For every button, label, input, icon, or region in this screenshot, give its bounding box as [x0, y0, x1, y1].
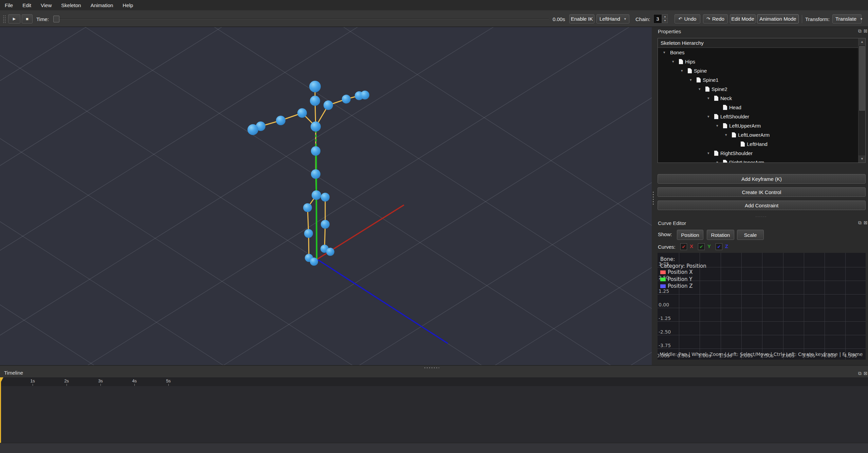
joint-l_elbow[interactable]	[276, 116, 285, 125]
tree-expand-icon[interactable]: ▾	[681, 66, 683, 75]
doc-icon	[688, 68, 692, 73]
tree-item-label: Spine	[694, 66, 707, 75]
joint-r_elbow[interactable]	[342, 95, 351, 103]
create-ik-control-button[interactable]: Create IK Control	[658, 187, 866, 197]
show-row: Show: PositionRotationScale	[654, 230, 868, 240]
tree-scrollbar[interactable]: ▲ ▼	[858, 38, 865, 163]
joint-l_knee[interactable]	[304, 229, 313, 238]
tree-row[interactable]: LeftHand	[658, 139, 858, 149]
menu-item-edit[interactable]: Edit	[18, 0, 36, 11]
edit-mode-button[interactable]: Edit Mode	[730, 14, 756, 23]
tree-row[interactable]: ▾LeftUpperArm	[658, 121, 858, 130]
show-position-button[interactable]: Position	[677, 230, 703, 240]
tree-row[interactable]: ▾Neck	[658, 94, 858, 103]
curve-y-checkbox[interactable]: ✔	[698, 243, 705, 250]
viewport-3d[interactable]	[0, 27, 652, 365]
joint-hips[interactable]	[312, 190, 321, 200]
tree-expand-icon[interactable]: ▾	[707, 149, 709, 158]
app-window: FileEditViewSkeletonAnimationHelp ▶ ■ Ti…	[0, 0, 868, 453]
spinner-up-icon[interactable]: ▲	[662, 14, 668, 19]
add-constraint-button[interactable]: Add Constraint	[658, 201, 866, 210]
joint-r_foot[interactable]	[326, 248, 334, 256]
menu-item-view[interactable]: View	[36, 0, 56, 11]
tree-expand-icon[interactable]: ▾	[690, 75, 692, 84]
float-icon[interactable]: ⧉	[858, 220, 862, 226]
joint-r_shoulder[interactable]	[324, 100, 333, 110]
tree-expand-icon[interactable]: ▾	[716, 158, 718, 163]
tree-row[interactable]: ▾LeftLowerArm	[658, 130, 858, 139]
close-icon[interactable]: ⊠	[864, 371, 868, 376]
joint-l_shoulder[interactable]	[297, 108, 307, 118]
float-icon[interactable]: ⧉	[858, 371, 862, 376]
tree-expand-icon[interactable]: ▾	[672, 57, 674, 66]
time-slider[interactable]	[53, 15, 549, 23]
gridline-h	[658, 308, 866, 308]
scroll-up-icon[interactable]: ▲	[858, 38, 866, 45]
chain-value-field[interactable]: 3	[653, 14, 662, 23]
dock-splitter-dots-icon[interactable]: ······	[654, 214, 868, 219]
tree-expand-icon[interactable]: ▾	[699, 84, 701, 94]
doc-icon	[714, 96, 718, 101]
play-button[interactable]: ▶	[8, 14, 20, 23]
timeline-track[interactable]	[0, 386, 868, 443]
joint-r_knee[interactable]	[321, 220, 330, 229]
show-scale-button[interactable]: Scale	[737, 230, 764, 240]
tree-row[interactable]: ▾RightShoulder	[658, 149, 858, 158]
joint-l_hand[interactable]	[247, 124, 258, 135]
ik-target-dropdown[interactable]: LeftHand ▼	[596, 14, 629, 23]
spinner-down-icon[interactable]: ▼	[662, 19, 668, 23]
enable-ik-button[interactable]: Enable IK	[569, 14, 594, 23]
joint-neck[interactable]	[310, 96, 320, 106]
toolbar: ▶ ■ Time: 0.00s Enable IK LeftHand ▼ Cha…	[0, 11, 868, 27]
add-keyframe-k--button[interactable]: Add Keyframe (K)	[658, 174, 866, 184]
curve-x-checkbox[interactable]: ✔	[680, 243, 687, 250]
curve-z-checkbox[interactable]: ✔	[716, 243, 722, 250]
tree-row[interactable]: ▾Spine2	[658, 84, 858, 94]
float-icon[interactable]: ⧉	[858, 28, 862, 34]
joint-r_hand[interactable]	[361, 91, 369, 99]
panel-splitter[interactable]	[652, 27, 654, 365]
tree-row[interactable]: ▾Bones	[658, 48, 858, 57]
timeline-splitter-dots-icon[interactable]	[424, 367, 439, 369]
tree-expand-icon[interactable]: ▾	[707, 94, 709, 103]
joint-spine[interactable]	[311, 169, 320, 179]
time-slider-handle[interactable]	[53, 16, 59, 22]
joint-head[interactable]	[309, 81, 321, 92]
joint-l_foot[interactable]	[310, 258, 318, 266]
tree-row[interactable]: Head	[658, 103, 858, 112]
tree-expand-icon[interactable]: ▾	[716, 121, 718, 130]
tree-row[interactable]: ▾Spine1	[658, 75, 858, 84]
tree-expand-icon[interactable]: ▾	[707, 112, 709, 121]
scroll-down-icon[interactable]: ▼	[858, 155, 866, 163]
close-icon[interactable]: ⊠	[864, 220, 868, 225]
skeleton-canvas	[0, 27, 652, 365]
joint-l_hip[interactable]	[303, 203, 312, 212]
tree-row[interactable]: ▾Hips	[658, 57, 858, 66]
menu-item-animation[interactable]: Animation	[86, 0, 118, 11]
show-rotation-button[interactable]: Rotation	[707, 230, 734, 240]
tree-row[interactable]: ▾Spine	[658, 66, 858, 75]
joint-spine2[interactable]	[311, 121, 321, 132]
redo-button[interactable]: ↷ Redo	[703, 14, 728, 23]
menu-item-skeleton[interactable]: Skeleton	[56, 0, 86, 11]
transform-dropdown[interactable]: Translate ▼	[832, 14, 862, 23]
menu-item-file[interactable]: File	[0, 0, 18, 11]
scrollbar-thumb[interactable]	[859, 46, 865, 111]
joint-r_hip[interactable]	[321, 193, 330, 202]
menu-item-help[interactable]: Help	[118, 0, 138, 11]
joint-spine1[interactable]	[311, 146, 320, 156]
toolbar-drag-handle-icon[interactable]	[3, 15, 6, 23]
stop-button[interactable]: ■	[22, 14, 33, 23]
timeline-playhead[interactable]	[0, 377, 1, 443]
tree-row[interactable]: ▾LeftShoulder	[658, 112, 858, 121]
undo-button[interactable]: ↶ Undo	[675, 14, 700, 23]
animation-mode-button[interactable]: Animation Mode	[757, 14, 799, 23]
tree-row[interactable]: ▾RightUpperArm	[658, 158, 858, 163]
curve-graph[interactable]: 3.752.501.250.00-1.25-2.50-3.750.00s0.50…	[658, 253, 866, 360]
y-tick-label: 1.25	[659, 288, 669, 294]
close-icon[interactable]: ⊠	[864, 28, 868, 34]
timeline-ruler[interactable]: 0s1s2s3s4s5s	[0, 377, 868, 386]
y-tick-label: -1.25	[659, 316, 671, 321]
tree-expand-icon[interactable]: ▾	[725, 130, 727, 139]
tree-expand-icon[interactable]: ▾	[663, 48, 665, 57]
